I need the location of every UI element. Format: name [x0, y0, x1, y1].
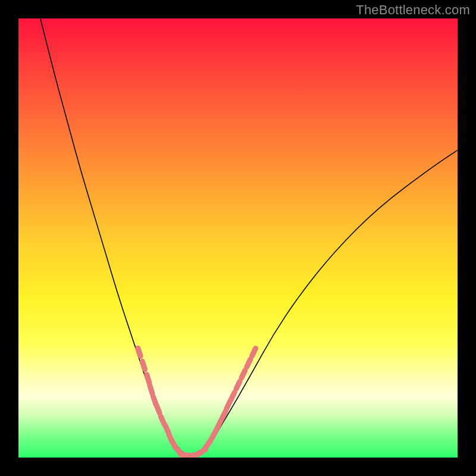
data-point: [252, 349, 256, 356]
data-point: [161, 416, 164, 424]
data-point: [213, 428, 217, 436]
watermark-text: TheBottleneck.com: [356, 2, 470, 18]
data-point: [150, 386, 152, 393]
data-point: [231, 392, 234, 400]
data-point: [138, 348, 140, 356]
bottleneck-curve: [40, 18, 458, 455]
data-point: [222, 411, 226, 418]
data-point-group: [138, 348, 256, 456]
data-point: [218, 419, 221, 427]
data-point: [227, 401, 230, 409]
data-point: [247, 359, 250, 367]
chart-frame: TheBottleneck.com: [0, 0, 476, 476]
data-point: [156, 405, 159, 413]
curve-group: [40, 18, 458, 455]
data-point: [242, 370, 245, 378]
chart-svg-layer: [18, 18, 458, 458]
data-point: [236, 381, 240, 389]
data-point: [142, 361, 145, 369]
data-point: [147, 374, 149, 382]
